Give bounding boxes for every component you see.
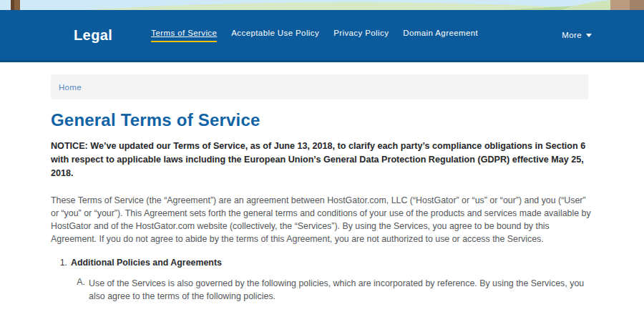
- nav-item-terms-of-service[interactable]: Terms of Service: [151, 29, 217, 42]
- section-number: 1.: [51, 258, 71, 268]
- main-content: Home General Terms of Service NOTICE: We…: [51, 74, 593, 312]
- gdpr-notice-text: NOTICE: We’ve updated our Terms of Servi…: [51, 140, 593, 180]
- nav-item-acceptable-use-policy[interactable]: Acceptable Use Policy: [231, 29, 319, 42]
- sub-item-text: Use of the Services is also governed by …: [89, 277, 587, 303]
- breadcrumb-home-link[interactable]: Home: [59, 83, 82, 92]
- section-sub-item: A. Use of the Services is also governed …: [51, 277, 593, 303]
- agreement-intro-text: These Terms of Service (the “Agreement”)…: [51, 194, 593, 245]
- more-label: More: [562, 31, 582, 39]
- navbar-inner: Legal Terms of Service Acceptable Use Po…: [51, 10, 593, 60]
- site-section-title: Legal: [74, 27, 112, 44]
- sub-item-marker: A.: [51, 277, 89, 303]
- nav-links: Terms of Service Acceptable Use Policy P…: [151, 29, 478, 42]
- section-heading-row: 1. Additional Policies and Agreements: [51, 258, 593, 268]
- illustration-banner: [0, 0, 644, 10]
- tree-trunk-left-illustration: [11, 0, 20, 10]
- breadcrumb: Home: [51, 74, 588, 99]
- nav-item-domain-agreement[interactable]: Domain Agreement: [403, 29, 478, 42]
- section-title: Additional Policies and Agreements: [71, 258, 222, 268]
- legal-navbar: Legal Terms of Service Acceptable Use Po…: [0, 10, 644, 62]
- chevron-down-icon: [586, 34, 592, 37]
- section-additional-policies: 1. Additional Policies and Agreements A.…: [51, 258, 593, 312]
- nav-item-privacy-policy[interactable]: Privacy Policy: [333, 29, 389, 42]
- page-title: General Terms of Service: [51, 110, 593, 130]
- tree-trunk-right-illustration: [610, 0, 644, 10]
- more-menu-button[interactable]: More: [562, 31, 592, 39]
